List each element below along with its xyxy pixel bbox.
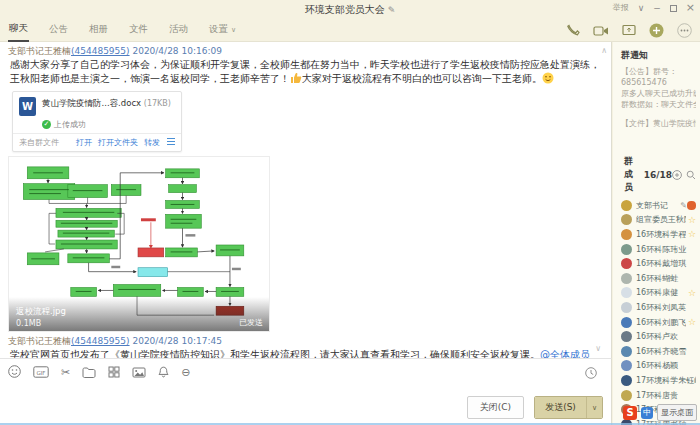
voice-call-icon[interactable] [566,24,580,38]
member-row[interactable]: 16环科齐晓雪 [621,344,696,359]
edit-card-icon[interactable]: ✎ [680,201,687,210]
member-list: 支部书记✎组宣委员王秋阳☆16环境科学程☆16环科陈玮业16环科戴增琪16环科蝴… [621,198,696,425]
notice-line[interactable]: 原多人聊天已成功升级， [621,88,696,99]
scroll-up-icon[interactable]: ∧ [601,46,607,55]
more-icon[interactable] [677,23,692,38]
add-member-icon[interactable] [672,165,682,184]
star-badge-icon: ☆ [688,317,696,327]
member-row[interactable]: 支部书记✎ [621,198,696,213]
ime-mode-icon[interactable]: 中 [641,407,653,419]
sender-name[interactable]: 支部书记王雅楠 [8,46,71,56]
upload-success-icon: ✓ [42,120,51,129]
svg-text:GIF: GIF [36,370,45,376]
file-name[interactable]: 黄山学院疫情防...容.docx [42,98,141,108]
open-folder-link[interactable]: 打开文件夹 [98,137,138,148]
member-row[interactable]: 16环科蝴蛙 [621,271,696,286]
screen-share-icon[interactable] [622,24,636,37]
sender-uid[interactable]: (454485955) [71,336,130,346]
member-name: 组宣委员王秋阳 [636,214,686,225]
member-row[interactable]: 16环科陈玮业 [621,242,696,257]
screenshot-scissors-icon[interactable]: ✂ [61,366,70,379]
member-avatar [621,302,632,313]
members-header: 群成员 16/18 [621,155,696,194]
members-count: 16/18 [644,170,672,180]
file-source-label: 来自群文件 [19,137,59,148]
tab-settings[interactable]: 设置 ∨ [208,19,237,41]
message-sender-line: 支部书记王雅楠(454485955) 2020/4/28 10:16:09 [8,45,611,57]
member-avatar [621,287,632,298]
member-name: 16环科刘鹏飞 [636,317,686,328]
member-avatar [621,258,632,269]
member-row[interactable]: 16环科刘凤英 [621,300,696,315]
member-avatar [621,214,632,225]
chevron-down-icon[interactable]: ∨ [638,2,645,14]
member-row[interactable]: 16环科卢欢 [621,329,696,344]
image-message-flowchart[interactable]: 返校流程.jpg 0.1MB 已发送 [8,156,270,332]
send-options-dropdown[interactable]: ∨ [586,397,602,418]
sender-uid[interactable]: (454485955) [71,46,130,56]
tab-chat[interactable]: 聊天 [8,18,29,42]
member-name: 支部书记 [636,200,678,211]
system-tray: S 中 显示桌面 [623,404,697,421]
send-button-group: 发送(S) ∨ [534,396,603,419]
show-desktop-button[interactable]: 显示桌面 [657,404,697,421]
chat-message-area[interactable]: ∧ ∨ 支部书记王雅楠(454485955) 2020/4/28 10:16:0… [0,42,612,358]
minimize-button[interactable]: − [653,2,661,14]
notice-line[interactable]: 群数据如：聊天文件全保... [621,99,696,110]
close-button[interactable]: × [686,2,695,14]
member-row[interactable]: 17环科唐贵 [621,388,696,403]
report-link[interactable]: 举报 [613,2,629,14]
window-title: 环境支部党员大会 ✎ [0,3,700,17]
upload-status-text: 上传成功 [54,119,86,130]
tab-album[interactable]: 相册 [88,19,109,41]
tab-files[interactable]: 文件 [128,19,149,41]
notice-line[interactable]: 【公告】群号： [621,66,696,77]
video-call-icon[interactable] [593,25,609,37]
member-row[interactable]: 16环科戴增琪 [621,256,696,271]
message-text-part: 学校官网首页也发布了《黄山学院疫情防控知识》和学生返校流程图，请大家认真查看和学… [10,349,540,358]
add-icon[interactable] [649,23,664,38]
file-menu-icon[interactable] [167,141,175,143]
forward-file-link[interactable]: 转发 [144,137,160,148]
member-name: 16环科杨颖 [636,360,696,371]
smiley-emoji [542,72,554,88]
search-members-icon[interactable] [686,165,696,184]
word-doc-icon: W [19,97,36,116]
member-avatar [621,273,632,284]
group-notice-title[interactable]: 群通知 [621,49,696,62]
tab-bar: 聊天 公告 相册 文件 活动 设置 ∨ [0,18,700,42]
close-chat-button[interactable]: 关闭(C) [467,396,524,419]
chevron-down-icon: ∨ [231,26,236,34]
tab-activity[interactable]: 活动 [168,19,189,41]
maximize-button[interactable] [670,5,677,12]
member-avatar [621,346,632,357]
scroll-down-icon[interactable]: ∨ [595,344,601,353]
tab-announcement[interactable]: 公告 [48,19,69,41]
member-name: 16环科康健 [636,287,686,298]
notice-line[interactable]: 【文件】黄山学院疫情防... [621,118,696,129]
member-row[interactable]: 16环科刘鹏飞☆ [621,315,696,330]
member-row[interactable]: 16环境科学程☆ [621,227,696,242]
member-row[interactable]: 16环科杨颖 [621,359,696,374]
sogou-input-icon[interactable]: S [623,406,637,420]
open-file-link[interactable]: 打开 [76,137,92,148]
member-name: 16环科齐晓雪 [636,346,696,357]
member-avatar [621,244,632,255]
message-timestamp: 2020/4/28 10:17:45 [132,336,221,346]
send-button[interactable]: 发送(S) [535,397,586,418]
member-name: 17环科唐贵 [636,390,696,401]
member-avatar [621,360,632,371]
anti-disturb-icon[interactable]: ⊖ [181,366,190,379]
file-message-card[interactable]: W 黄山学院疫情防...容.docx (17KB) ✓ 上传成功 来自群文件 打… [12,91,182,152]
file-size: (17KB) [144,99,171,108]
sender-name[interactable]: 支部书记王雅楠 [8,336,71,346]
member-row[interactable]: 16环科康健☆ [621,286,696,301]
member-row[interactable]: 17环境科学朱钰峰 [621,373,696,388]
mention-all-link[interactable]: @全体成员 [540,349,590,358]
edit-title-icon[interactable]: ✎ [388,5,396,15]
notice-line[interactable]: 685615476 [621,77,696,88]
message-text: 学校官网首页也发布了《黄山学院疫情防控知识》和学生返校流程图，请大家认真查看和学… [10,348,608,358]
member-name: 16环科陈玮业 [636,244,696,255]
qq-group-chat-window: 环境支部党员大会 ✎ 举报 ∨ − × 聊天 公告 相册 文件 活动 设置 ∨ [0,0,700,425]
member-row[interactable]: 组宣委员王秋阳☆ [621,213,696,228]
